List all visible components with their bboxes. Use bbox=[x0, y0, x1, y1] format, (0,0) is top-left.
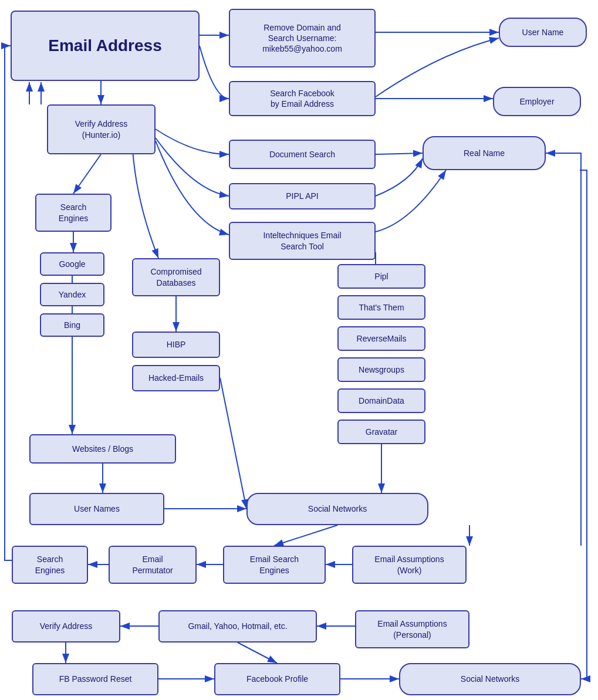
inteltechniques-node: Inteltechniques Email Search Tool bbox=[229, 222, 376, 260]
gravatar-node: Gravatar bbox=[337, 420, 425, 444]
svg-marker-0 bbox=[0, 0, 5, 4]
document-search-node: Document Search bbox=[229, 140, 376, 169]
remove-domain-node: Remove Domain and Search Username: mikeb… bbox=[229, 9, 376, 67]
fb-password-reset-node: FB Password Reset bbox=[32, 663, 158, 695]
google-node: Google bbox=[40, 252, 104, 276]
email-permutator-node: Email Permutator bbox=[109, 546, 197, 584]
bing-node: Bing bbox=[40, 313, 104, 337]
thats-them-node: That's Them bbox=[337, 295, 425, 320]
hacked-emails-node: Hacked-Emails bbox=[132, 365, 220, 391]
search-facebook-node: Search Facebook by Email Address bbox=[229, 81, 376, 116]
facebook-profile-node: Facebook Profile bbox=[214, 663, 340, 695]
email-assumptions-work-node: Email Assumptions (Work) bbox=[352, 546, 467, 584]
svg-line-6 bbox=[376, 153, 423, 154]
diagram: Email AddressUser NameEmployerReal NameR… bbox=[0, 0, 598, 700]
user-names-node: User Names bbox=[29, 493, 164, 525]
social-networks-bot-node: Social Networks bbox=[399, 663, 581, 695]
verify-address-bot-node: Verify Address bbox=[12, 610, 120, 642]
user-name-node: User Name bbox=[499, 18, 587, 47]
search-engines-bot-node: Search Engines bbox=[12, 546, 88, 584]
reversemails-node: ReverseMails bbox=[337, 326, 425, 351]
svg-line-9 bbox=[73, 154, 101, 194]
compromised-db-node: Compromised Databases bbox=[132, 258, 220, 296]
svg-line-26 bbox=[238, 642, 277, 663]
pipl-api-node: PIPL API bbox=[229, 183, 376, 209]
websites-blogs-node: Websites / Blogs bbox=[29, 434, 176, 464]
svg-marker-1 bbox=[0, 0, 5, 4]
email-assumptions-personal-node: Email Assumptions (Personal) bbox=[355, 610, 469, 648]
yandex-node: Yandex bbox=[40, 283, 104, 306]
newsgroups-node: Newsgroups bbox=[337, 357, 425, 382]
social-networks-main-node: Social Networks bbox=[246, 493, 428, 525]
gmail-yahoo-node: Gmail, Yahoo, Hotmail, etc. bbox=[158, 610, 317, 642]
hibp-node: HIBP bbox=[132, 332, 220, 358]
search-engines-top-node: Search Engines bbox=[35, 194, 112, 232]
pipl-node: Pipl bbox=[337, 264, 425, 289]
svg-line-18 bbox=[274, 525, 337, 546]
verify-address-node: Verify Address (Hunter.io) bbox=[47, 104, 156, 154]
real-name-node: Real Name bbox=[423, 136, 546, 170]
email-search-engines-node: Email Search Engines bbox=[223, 546, 326, 584]
employer-node: Employer bbox=[493, 87, 581, 116]
email-address-node: Email Address bbox=[11, 11, 200, 81]
domaindata-node: DomainData bbox=[337, 388, 425, 413]
